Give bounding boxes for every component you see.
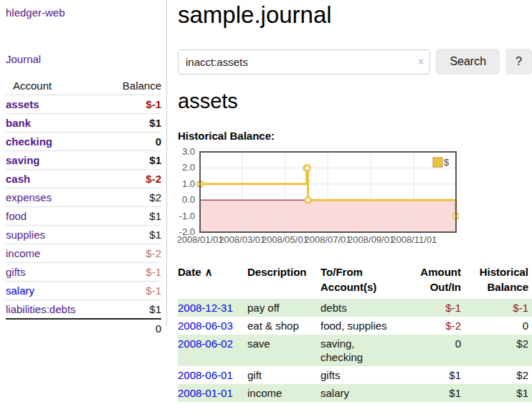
- account-row: assets $-1: [6, 95, 161, 114]
- account-row: income $-2: [6, 244, 161, 263]
- accounts-header-account: Account: [6, 78, 105, 95]
- svg-text:2008/05/01: 2008/05/01: [262, 234, 308, 245]
- transaction-amount: $1: [407, 384, 464, 402]
- search-input[interactable]: [178, 49, 430, 75]
- account-link-gifts[interactable]: gifts: [6, 266, 26, 278]
- register-row: 2008-06-01 gift gifts $1 $2: [178, 366, 532, 384]
- transaction-description: save: [247, 335, 320, 366]
- transaction-date-link[interactable]: 2008-06-02: [178, 337, 233, 350]
- transaction-accounts: gifts: [320, 366, 407, 384]
- account-row: bank $1: [6, 114, 161, 133]
- help-button[interactable]: ?: [505, 49, 532, 75]
- svg-text:1.0: 1.0: [182, 178, 195, 189]
- account-balance: 0: [105, 133, 161, 151]
- register-header-tofrom: To/From Account(s): [320, 262, 407, 299]
- register-header-description: Description: [247, 262, 320, 299]
- account-balance: $1: [105, 114, 161, 133]
- register-row: 2008-06-03 eat & shop food, supplies $-2…: [178, 317, 532, 335]
- transaction-balance: $-1: [464, 299, 532, 317]
- transaction-amount: $1: [407, 366, 464, 384]
- transaction-date-link[interactable]: 2008-12-31: [178, 302, 233, 314]
- account-link-salary[interactable]: salary: [6, 284, 34, 297]
- svg-text:2008/03/01: 2008/03/01: [219, 234, 265, 245]
- account-heading: assets: [178, 90, 532, 113]
- account-link-bank[interactable]: bank: [6, 117, 31, 129]
- page-title: sample.journal: [178, 1, 532, 29]
- account-row: food $1: [6, 207, 161, 226]
- sidebar: hledger-web Journal Account Balance asse…: [0, 0, 167, 327]
- historical-balance-chart: $3.02.01.00.0-1.0-2.02008/01/012008/03/0…: [178, 148, 459, 251]
- transaction-description: income: [247, 384, 320, 402]
- brand-link[interactable]: hledger-web: [6, 6, 65, 19]
- svg-text:3.0: 3.0: [182, 148, 195, 157]
- account-row: saving $1: [6, 151, 161, 170]
- transaction-balance: $1: [464, 384, 532, 402]
- search-button[interactable]: Search: [436, 49, 500, 75]
- account-row: supplies $1: [6, 226, 161, 244]
- account-balance: $-1: [105, 263, 161, 282]
- account-balance: $-2: [105, 244, 161, 263]
- account-row: cash $-2: [6, 170, 161, 188]
- transaction-amount: 0: [407, 335, 464, 366]
- account-balance: $-1: [105, 282, 161, 300]
- account-balance: $1: [105, 226, 161, 244]
- account-row: salary $-1: [6, 282, 161, 300]
- account-link-income[interactable]: income: [6, 247, 40, 259]
- transaction-amount: $-2: [407, 317, 464, 335]
- transaction-balance: $2: [464, 366, 532, 384]
- sidebar-item-journal[interactable]: Journal: [6, 53, 41, 65]
- account-row: gifts $-1: [6, 263, 161, 282]
- account-balance: $-2: [105, 170, 161, 188]
- account-balance: $1: [105, 207, 161, 226]
- register-table: Date∧ Description To/From Account(s) Amo…: [178, 262, 532, 402]
- register-row: 2008-06-02 save saving, checking 0 $2: [178, 335, 532, 366]
- account-row: expenses $2: [6, 188, 161, 207]
- svg-text:2008/09/01: 2008/09/01: [348, 234, 394, 245]
- accounts-total: 0: [105, 319, 161, 340]
- transaction-amount: $-1: [407, 299, 464, 317]
- accounts-header-balance: Balance: [105, 78, 161, 95]
- account-link-checking[interactable]: checking: [6, 135, 52, 148]
- transaction-accounts: debts: [320, 299, 407, 317]
- transaction-date-link[interactable]: 2008-06-01: [178, 369, 233, 381]
- transaction-date-link[interactable]: 2008-06-03: [178, 320, 233, 332]
- svg-text:2.0: 2.0: [182, 162, 195, 173]
- svg-text:$: $: [444, 157, 450, 168]
- account-balance: $2: [105, 188, 161, 207]
- account-row: checking 0: [6, 133, 161, 151]
- account-link-saving[interactable]: saving: [6, 154, 40, 166]
- accounts-total-row: 0: [6, 319, 161, 340]
- transaction-balance: 0: [464, 317, 532, 335]
- transaction-description: gift: [247, 366, 320, 384]
- search-bar: × Search ?: [178, 49, 532, 75]
- transaction-description: pay off: [247, 299, 320, 317]
- account-balance: $1: [105, 300, 161, 320]
- sort-ascending-icon: ∧: [205, 266, 213, 278]
- account-row: liabilities:debts $1: [6, 300, 161, 320]
- account-balance: $-1: [105, 95, 161, 114]
- account-link-assets[interactable]: assets: [6, 98, 39, 110]
- svg-text:2008/11/01: 2008/11/01: [391, 234, 437, 245]
- account-link-cash[interactable]: cash: [6, 173, 30, 185]
- accounts-table: Account Balance assets $-1 bank $1 check…: [6, 78, 161, 340]
- transaction-date-link[interactable]: 2008-01-01: [178, 387, 233, 399]
- transaction-accounts: salary: [320, 384, 407, 402]
- register-header-amount: Amount Out/In: [407, 262, 464, 299]
- transaction-description: eat & shop: [247, 317, 320, 335]
- svg-text:2008/07/01: 2008/07/01: [304, 234, 351, 245]
- account-link-expenses[interactable]: expenses: [6, 191, 52, 203]
- account-link-supplies[interactable]: supplies: [6, 229, 45, 241]
- clear-search-icon[interactable]: ×: [418, 55, 424, 67]
- register-row: 2008-01-01 income salary $1 $1: [178, 384, 532, 402]
- svg-text:-1.0: -1.0: [179, 211, 195, 221]
- main-content: sample.journal × Search ? assets Histori…: [178, 0, 532, 402]
- register-header-balance: Historical Balance: [464, 262, 532, 299]
- svg-text:0.0: 0.0: [182, 194, 195, 205]
- account-link-liabilities-debts[interactable]: liabilities:debts: [6, 303, 76, 315]
- account-balance: $1: [105, 151, 161, 170]
- transaction-balance: $2: [464, 335, 532, 366]
- register-header-date[interactable]: Date∧: [178, 262, 247, 299]
- svg-text:2008/01/01: 2008/01/01: [178, 234, 224, 245]
- register-row: 2008-12-31 pay off debts $-1 $-1: [178, 299, 532, 317]
- account-link-food[interactable]: food: [6, 210, 27, 222]
